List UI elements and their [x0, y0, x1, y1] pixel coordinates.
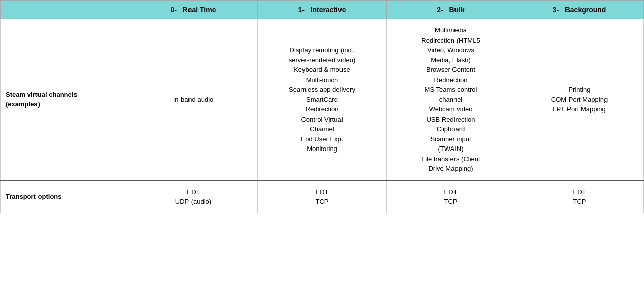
- transport-bulk: EDT TCP: [387, 180, 515, 213]
- transport-realtime: EDT UDP (audio): [129, 180, 258, 213]
- virtual-channels-realtime: In-band audio: [129, 19, 258, 180]
- virtual-channels-interactive: Display remoting (incl.server-rendered v…: [258, 19, 387, 180]
- header-realtime: 0- Real Time: [129, 1, 258, 19]
- col2-prefix: 2-: [437, 6, 443, 14]
- col1-prefix: 1-: [298, 6, 304, 14]
- transport-interactive: EDT TCP: [258, 180, 387, 213]
- header-background: 3- Background: [515, 1, 644, 19]
- virtual-channels-background: Printing COM Port Mapping LPT Port Mappi…: [515, 19, 644, 180]
- virtual-channels-bulk: Multimedia Redirection (HTML5 Video, Win…: [387, 19, 515, 180]
- transport-label: Transport options: [1, 180, 129, 213]
- virtual-channels-row: Steam virtual channels (examples) In-ban…: [1, 19, 644, 180]
- col0-label: Real Time: [183, 6, 216, 14]
- transport-row: Transport options EDT UDP (audio) EDT TC…: [1, 180, 644, 213]
- header-interactive: 1- Interactive: [258, 1, 387, 19]
- col1-label: Interactive: [311, 6, 346, 14]
- header-bulk: 2- Bulk: [387, 1, 515, 19]
- header-empty: [1, 1, 129, 19]
- col3-prefix: 3-: [553, 6, 559, 14]
- col0-prefix: 0-: [170, 6, 176, 14]
- transport-background: EDT TCP: [515, 180, 644, 213]
- virtual-channels-label: Steam virtual channels (examples): [1, 19, 129, 180]
- col2-label: Bulk: [449, 6, 464, 14]
- col3-label: Background: [565, 6, 607, 14]
